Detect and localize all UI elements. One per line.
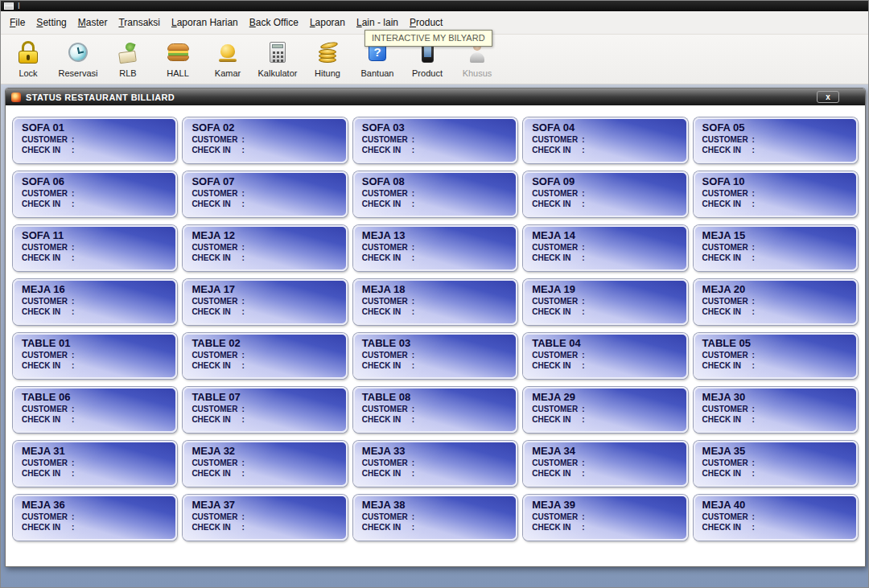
app-titlebar[interactable]: I <box>1 1 868 11</box>
table-card[interactable]: MEJA 12 CUSTOMER: CHECK IN: <box>183 225 347 271</box>
toolbar-lock-button[interactable]: Lock <box>7 38 49 78</box>
customer-colon: : <box>241 243 244 252</box>
table-card[interactable]: MEJA 33 CUSTOMER: CHECK IN: <box>353 441 517 487</box>
checkin-line: CHECK IN: <box>362 522 509 532</box>
checkin-colon: : <box>752 146 755 154</box>
table-card[interactable]: MEJA 34 CUSTOMER: CHECK IN: <box>523 441 687 487</box>
table-card[interactable]: MEJA 14 CUSTOMER: CHECK IN: <box>523 225 687 271</box>
table-card[interactable]: MEJA 15 CUSTOMER: CHECK IN: <box>694 225 858 271</box>
checkin-colon: : <box>582 523 584 532</box>
menu-item[interactable]: Product <box>404 14 448 31</box>
table-card[interactable]: SOFA 06 CUSTOMER: CHECK IN: <box>13 171 177 217</box>
customer-label: CUSTOMER <box>362 134 412 145</box>
customer-label: CUSTOMER <box>362 404 412 414</box>
table-name: TABLE 02 <box>192 337 338 350</box>
toolbar-rlb-button[interactable]: RLB <box>107 38 149 78</box>
table-card[interactable]: MEJA 16 CUSTOMER: CHECK IN: <box>13 279 177 325</box>
table-card[interactable]: TABLE 08 CUSTOMER: CHECK IN: <box>353 387 517 433</box>
customer-colon: : <box>582 512 584 521</box>
checkin-colon: : <box>72 361 74 370</box>
customer-line: CUSTOMER: <box>532 188 678 199</box>
table-card[interactable]: MEJA 18 CUSTOMER: CHECK IN: <box>353 279 517 325</box>
table-name: TABLE 06 <box>22 391 168 404</box>
checkin-colon: : <box>241 253 244 262</box>
table-card[interactable]: TABLE 02 CUSTOMER: CHECK IN: <box>183 333 347 379</box>
toolbar-kamar-button[interactable]: Kamar <box>207 38 249 78</box>
toolbar-hall-button[interactable]: HALL <box>157 38 199 78</box>
table-card[interactable]: SOFA 09 CUSTOMER: CHECK IN: <box>523 171 687 217</box>
checkin-colon: : <box>412 253 414 262</box>
table-name: SOFA 02 <box>192 121 338 134</box>
menu-item[interactable]: File <box>4 14 31 31</box>
table-card[interactable]: MEJA 36 CUSTOMER: CHECK IN: <box>13 495 177 541</box>
table-card[interactable]: MEJA 40 CUSTOMER: CHECK IN: <box>694 495 858 541</box>
toolbar-hitung-button[interactable]: Hitung <box>307 38 348 78</box>
customer-label: CUSTOMER <box>22 296 72 306</box>
checkin-line: CHECK IN: <box>702 468 849 479</box>
table-card[interactable]: TABLE 07 CUSTOMER: CHECK IN: <box>183 387 347 433</box>
table-card[interactable]: SOFA 10 CUSTOMER: CHECK IN: <box>694 171 858 217</box>
table-card[interactable]: MEJA 13 CUSTOMER: CHECK IN: <box>353 225 517 271</box>
table-card[interactable]: SOFA 07 CUSTOMER: CHECK IN: <box>183 171 347 217</box>
checkin-label: CHECK IN <box>192 360 241 371</box>
checkin-label: CHECK IN <box>362 306 412 317</box>
app-title: I <box>18 2 20 10</box>
menu-item[interactable]: Back Office <box>244 14 304 31</box>
table-card[interactable]: SOFA 02 CUSTOMER: CHECK IN: <box>183 117 347 163</box>
checkin-line: CHECK IN: <box>532 253 678 263</box>
customer-line: CUSTOMER: <box>22 512 168 522</box>
table-card[interactable]: MEJA 30 CUSTOMER: CHECK IN: <box>694 387 858 433</box>
table-card[interactable]: TABLE 01 CUSTOMER: CHECK IN: <box>13 333 177 379</box>
customer-line: CUSTOMER: <box>362 188 509 199</box>
table-card[interactable]: MEJA 17 CUSTOMER: CHECK IN: <box>183 279 347 325</box>
menu-item[interactable]: Laporan <box>304 14 351 31</box>
menu-item[interactable]: Master <box>72 14 113 31</box>
table-card[interactable]: MEJA 31 CUSTOMER: CHECK IN: <box>13 441 177 487</box>
checkin-colon: : <box>241 146 244 154</box>
customer-colon: : <box>241 297 244 306</box>
coins-icon <box>317 38 338 67</box>
customer-colon: : <box>752 243 755 252</box>
checkin-line: CHECK IN: <box>532 145 678 155</box>
toolbar-reservasi-button[interactable]: Reservasi <box>57 38 99 78</box>
table-card[interactable]: SOFA 11 CUSTOMER: CHECK IN: <box>13 225 177 271</box>
checkin-colon: : <box>582 307 584 316</box>
menu-item[interactable]: Setting <box>31 14 72 31</box>
checkin-label: CHECK IN <box>362 199 412 209</box>
checkin-colon: : <box>412 415 414 424</box>
table-card[interactable]: SOFA 03 CUSTOMER: CHECK IN: <box>353 117 517 163</box>
table-card[interactable]: SOFA 08 CUSTOMER: CHECK IN: <box>353 171 517 217</box>
customer-line: CUSTOMER: <box>22 296 168 306</box>
table-card[interactable]: SOFA 01 CUSTOMER: CHECK IN: <box>13 117 177 163</box>
toolbar-kalkulator-button[interactable]: Kalkulator <box>257 38 299 78</box>
table-card[interactable]: MEJA 20 CUSTOMER: CHECK IN: <box>694 279 858 325</box>
table-card[interactable]: TABLE 03 CUSTOMER: CHECK IN: <box>353 333 517 379</box>
customer-label: CUSTOMER <box>532 458 582 468</box>
checkin-colon: : <box>241 523 244 532</box>
toolbar-kalkulator-label: Kalkulator <box>258 68 298 78</box>
table-card[interactable]: MEJA 32 CUSTOMER: CHECK IN: <box>183 441 347 487</box>
menu-item[interactable]: Lain - lain <box>351 14 404 31</box>
table-card[interactable]: MEJA 39 CUSTOMER: CHECK IN: <box>523 495 687 541</box>
checkin-line: CHECK IN: <box>22 253 168 263</box>
table-card[interactable]: MEJA 19 CUSTOMER: CHECK IN: <box>523 279 687 325</box>
menu-item[interactable]: Transaksi <box>113 14 166 31</box>
table-grid: SOFA 01 CUSTOMER: CHECK IN: SOFA 02 CUST… <box>13 117 858 541</box>
table-card[interactable]: MEJA 29 CUSTOMER: CHECK IN: <box>523 387 687 433</box>
table-card[interactable]: TABLE 06 CUSTOMER: CHECK IN: <box>13 387 177 433</box>
table-card[interactable]: MEJA 38 CUSTOMER: CHECK IN: <box>353 495 517 541</box>
table-card[interactable]: TABLE 04 CUSTOMER: CHECK IN: <box>523 333 687 379</box>
customer-label: CUSTOMER <box>192 188 241 199</box>
table-card[interactable]: TABLE 05 CUSTOMER: CHECK IN: <box>694 333 858 379</box>
table-card[interactable]: MEJA 37 CUSTOMER: CHECK IN: <box>183 495 347 541</box>
table-card[interactable]: SOFA 05 CUSTOMER: CHECK IN: <box>694 117 858 163</box>
customer-label: CUSTOMER <box>22 188 72 199</box>
close-button[interactable]: x <box>817 91 839 103</box>
checkin-colon: : <box>72 199 74 208</box>
table-card[interactable]: MEJA 35 CUSTOMER: CHECK IN: <box>694 441 858 487</box>
customer-label: CUSTOMER <box>362 242 412 253</box>
status-window-titlebar[interactable]: STATUS RESTAURANT BILLIARD x <box>6 88 865 105</box>
menu-item[interactable]: Laporan Harian <box>166 14 244 31</box>
table-card[interactable]: SOFA 04 CUSTOMER: CHECK IN: <box>523 117 687 163</box>
table-name: MEJA 17 <box>192 283 338 296</box>
